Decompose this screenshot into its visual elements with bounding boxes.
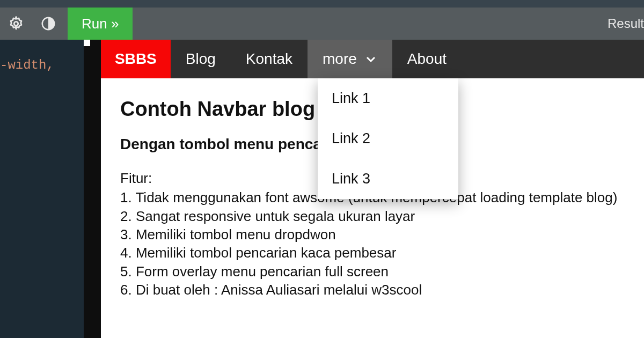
code-fragment: -width, (0, 58, 54, 72)
nav-item-label: Blog (186, 50, 216, 68)
dropdown-item-label: Link 1 (332, 90, 370, 106)
nav-item-blog[interactable]: Blog (171, 40, 231, 78)
feature-item: 3. Memiliki tombol menu dropdwon (120, 225, 625, 244)
pane-splitter[interactable] (84, 40, 101, 338)
feature-item: 2. Sangat responsive untuk segala ukuran… (120, 207, 625, 225)
nav-brand[interactable]: SBBS (101, 40, 171, 78)
dropdown-item-label: Link 3 (332, 171, 370, 187)
preview-navbar: SBBS Blog Kontak more About (101, 40, 644, 78)
dropdown-item[interactable]: Link 3 (318, 159, 458, 199)
nav-item-label: more (323, 50, 357, 68)
contrast-icon[interactable] (32, 8, 64, 40)
nav-brand-label: SBBS (115, 50, 157, 68)
settings-icon[interactable] (0, 8, 32, 40)
more-dropdown: Link 1 Link 2 Link 3 (318, 78, 458, 199)
features-list: 1. Tidak menggunakan font awsome (untuk … (120, 188, 625, 299)
feature-item: 6. Di buat oleh : Anissa Auliasari melal… (120, 281, 625, 299)
run-button-label: Run » (82, 16, 119, 32)
dropdown-item-label: Link 2 (332, 130, 370, 146)
window-top-strip (0, 0, 644, 8)
nav-item-more[interactable]: more (308, 40, 392, 78)
nav-item-label: Kontak (246, 50, 292, 68)
dropdown-item[interactable]: Link 2 (318, 119, 458, 159)
editor-toolbar: Run » Result (0, 8, 644, 40)
run-button[interactable]: Run » (68, 8, 133, 40)
workspace: -width, SBBS Blog Kontak more About (0, 40, 644, 338)
dropdown-item[interactable]: Link 1 (318, 78, 458, 119)
preview-pane: SBBS Blog Kontak more About Link 1 (101, 40, 644, 338)
chevron-down-icon (364, 53, 377, 65)
nav-item-label: About (407, 50, 447, 68)
nav-item-kontak[interactable]: Kontak (231, 40, 308, 78)
result-label: Result (608, 16, 644, 31)
svg-point-0 (14, 21, 18, 26)
feature-item: 5. Form overlay menu pencarian full scre… (120, 262, 625, 281)
code-editor-pane[interactable]: -width, (0, 40, 84, 338)
feature-item: 4. Memiliki tombol pencarian kaca pembes… (120, 244, 625, 262)
nav-item-about[interactable]: About (392, 40, 462, 78)
